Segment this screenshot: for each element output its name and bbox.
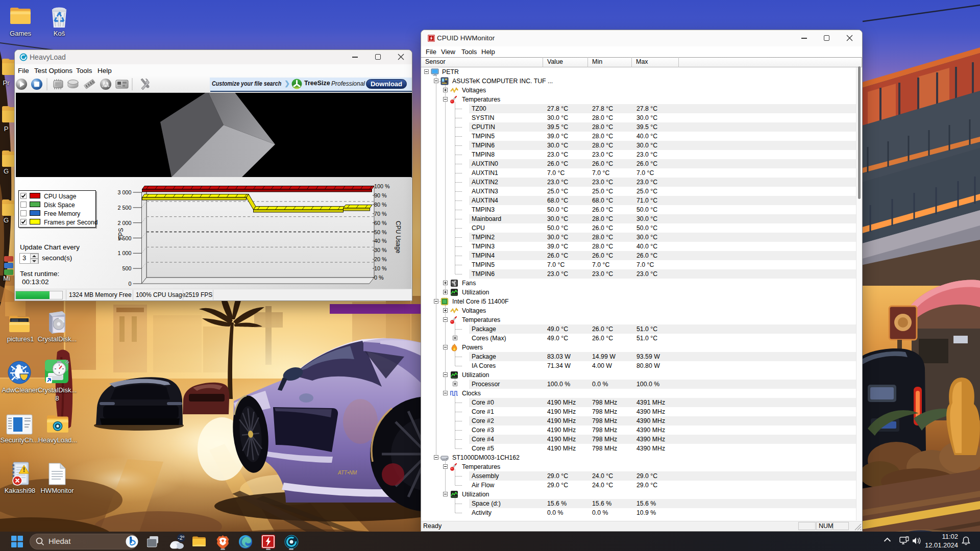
svg-text:90 %: 90 % [374, 192, 387, 198]
svg-text:0 %: 0 % [374, 274, 384, 281]
svg-text:3 000: 3 000 [117, 189, 131, 195]
svg-text:0: 0 [128, 281, 131, 287]
svg-text:60 %: 60 % [374, 220, 387, 226]
svg-text:30 %: 30 % [374, 247, 387, 253]
svg-text:20 %: 20 % [374, 256, 387, 262]
svg-text:!: ! [23, 466, 25, 473]
svg-text:50 %: 50 % [374, 229, 387, 235]
svg-text:70 %: 70 % [374, 211, 387, 217]
svg-text:100 %: 100 % [374, 183, 390, 189]
svg-text:10 %: 10 % [374, 265, 387, 271]
svg-text:2 500: 2 500 [117, 205, 131, 211]
svg-text:FPS: FPS [117, 228, 125, 240]
svg-text:ATT•NM: ATT•NM [337, 470, 357, 475]
svg-text:500: 500 [122, 265, 131, 271]
svg-text:2 000: 2 000 [117, 220, 131, 226]
svg-text:CPU Usage: CPU Usage [395, 221, 402, 254]
svg-text:40 %: 40 % [374, 238, 387, 244]
svg-text:80 %: 80 % [374, 202, 387, 208]
svg-text:1 000: 1 000 [117, 250, 131, 256]
